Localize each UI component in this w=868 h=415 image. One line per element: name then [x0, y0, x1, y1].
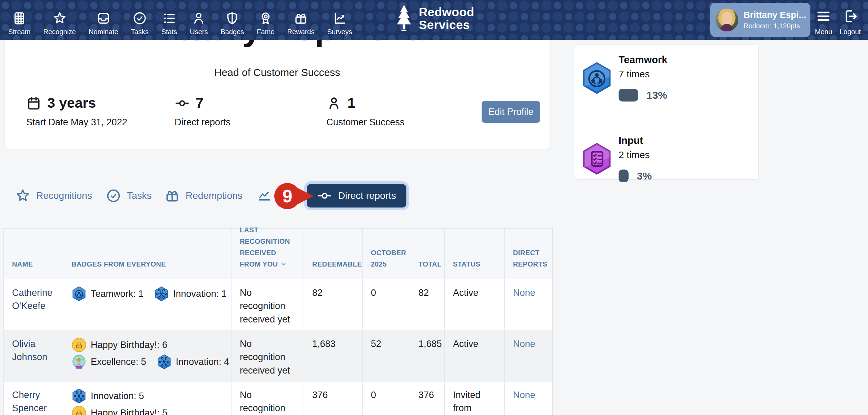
badge-input-icon — [581, 143, 613, 175]
badge-summary-teamwork: Teamwork7 times13% — [581, 54, 667, 102]
nav-item-tasks[interactable]: Tasks — [131, 11, 149, 36]
nav-item-nominate[interactable]: Nominate — [89, 11, 118, 36]
badge-teamwork-icon — [71, 286, 87, 301]
nav-item-badges[interactable]: Badges — [221, 11, 244, 36]
primary-nav: StreamRecognizeNominateTasksStatsUsersBa… — [0, 4, 352, 36]
menu-label: Menu — [815, 28, 832, 36]
badge-progress-bar — [619, 170, 629, 182]
badge-chip-birthday: Happy Birthday!: 6 — [71, 337, 167, 353]
column-header-redeemable: REDEEMABLE — [304, 229, 363, 279]
badge-chip-label: Excellence: 5 — [91, 355, 146, 368]
badge-times: 2 times — [619, 149, 652, 161]
edit-profile-button[interactable]: Edit Profile — [482, 101, 540, 123]
badge-chip-label: Happy Birthday!: 5 — [91, 406, 167, 415]
stat-label: Start Date May 31, 2022 — [26, 117, 127, 128]
last-recognition-cell: No recognition received yet — [231, 279, 304, 330]
redeemable-cell: 376 — [304, 382, 363, 415]
rewards-icon — [294, 11, 308, 26]
app-logo[interactable]: Redwood Services — [394, 4, 474, 32]
redeemable-cell: 82 — [304, 279, 363, 330]
direct-reports-link[interactable]: None — [505, 330, 552, 381]
check-circle-icon — [106, 188, 121, 203]
profile-stat-direct-reports: 7Direct reports — [175, 95, 230, 128]
profile-job-title: Head of Customer Success — [5, 67, 550, 78]
direct-reports-link[interactable]: None — [505, 279, 552, 330]
table-row-olivia-johnson: Olivia JohnsonHappy Birthday!: 6Excellen… — [4, 330, 552, 381]
nav-item-stream[interactable]: Stream — [8, 11, 30, 36]
menu-button[interactable]: Menu — [815, 8, 832, 36]
tab-redemptions[interactable]: Redemptions — [165, 184, 243, 208]
status-cell: Active — [445, 279, 505, 330]
badge-summary-card: Teamwork7 times13%Input2 times3% — [574, 44, 759, 180]
badge-innovation-icon — [154, 286, 169, 301]
user-name: Brittany Espi... — [743, 10, 806, 20]
badge-summary-input: Input2 times3% — [581, 135, 652, 182]
nav-item-recognize[interactable]: Recognize — [43, 11, 76, 36]
tab-tasks[interactable]: Tasks — [106, 184, 152, 208]
surveys-icon — [333, 11, 347, 26]
direct-reports-table: NAMEBADGES FROM EVERYONELAST RECOGNITION… — [3, 228, 553, 415]
last-recognition-cell: No recognition received yet — [231, 330, 304, 381]
employee-name-link[interactable]: Olivia Johnson — [4, 330, 63, 381]
nav-item-fame[interactable]: Fame — [257, 11, 274, 36]
logout-label: Logout — [840, 28, 861, 36]
column-header-badges-from-everyone: BADGES FROM EVERYONE — [63, 229, 231, 279]
annotation-step-number: 9 — [283, 186, 293, 206]
table-row-cherry-spencer: Cherry SpencerInnovation: 5Happy Birthda… — [4, 381, 552, 415]
chart-icon — [257, 188, 272, 203]
badge-percent: 13% — [647, 89, 667, 101]
nav-item-users[interactable]: Users — [190, 11, 208, 36]
commit-icon — [317, 188, 332, 203]
tab-label: Direct reports — [338, 190, 396, 201]
profile-stat-start-date-may-31-2022: 3 yearsStart Date May 31, 2022 — [26, 95, 127, 128]
column-header-name: NAME — [4, 229, 63, 279]
stats-icon — [162, 11, 177, 26]
employee-name-link[interactable]: Catherine O'Keefe — [4, 279, 63, 330]
tab-direct-reports[interactable]: Direct reports — [307, 184, 406, 208]
logout-button[interactable]: Logout — [840, 8, 861, 36]
direct-reports-link[interactable]: None — [505, 382, 552, 415]
nominate-icon — [96, 11, 111, 26]
badge-birthday-icon — [71, 337, 87, 353]
badge-innovation-icon — [157, 354, 172, 369]
tab-chart[interactable] — [257, 184, 272, 208]
stat-label: Direct reports — [175, 117, 230, 128]
badge-chip-innovation: Innovation: 1 — [154, 286, 227, 301]
sort-chevron-down-icon — [280, 261, 287, 268]
status-cell: Active — [445, 330, 505, 381]
recognize-icon — [52, 11, 67, 26]
column-header-total: TOTAL — [410, 229, 445, 279]
stat-value: 7 — [196, 95, 204, 111]
profile-tabs: RecognitionsTasksRedemptionsDirect repor… — [0, 184, 448, 212]
badges-cell: Innovation: 5Happy Birthday!: 5Excellenc… — [63, 382, 231, 415]
badge-name: Teamwork — [619, 54, 667, 66]
users-icon — [191, 11, 206, 26]
logo-line1: Redwood — [419, 6, 474, 18]
column-header-october-2025: OCTOBER 2025 — [363, 229, 410, 279]
user-chip[interactable]: Brittany Espi... Redeem: 1,120pts — [710, 3, 810, 37]
stat-label: Customer Success — [326, 117, 405, 128]
nav-item-label: Fame — [257, 28, 274, 36]
logo-line2: Services — [419, 18, 474, 31]
badges-icon — [225, 11, 239, 26]
gift-icon — [165, 188, 180, 203]
top-navbar: StreamRecognizeNominateTasksStatsUsersBa… — [0, 0, 868, 40]
nav-item-stats[interactable]: Stats — [161, 11, 177, 36]
badge-excellence-icon — [71, 354, 87, 369]
nav-item-surveys[interactable]: Surveys — [327, 11, 352, 36]
badge-chip-label: Happy Birthday!: 6 — [91, 338, 167, 351]
user-redeem-points: Redeem: 1,120pts — [743, 22, 806, 30]
badge-chip-label: Innovation: 1 — [173, 287, 227, 300]
redeemable-cell: 1,683 — [304, 330, 363, 381]
badge-chip-innovation: Innovation: 4 — [157, 354, 229, 369]
october-2025-cell: 0 — [363, 279, 410, 330]
column-header-direct-reports: DIRECT REPORTS — [505, 229, 552, 279]
nav-item-label: Stream — [8, 28, 30, 36]
nav-item-rewards[interactable]: Rewards — [287, 11, 315, 36]
tab-recognitions[interactable]: Recognitions — [15, 184, 92, 208]
employee-name-link[interactable]: Cherry Spencer — [4, 382, 63, 415]
nav-item-label: Users — [190, 28, 208, 36]
badge-chip-label: Innovation: 4 — [176, 355, 229, 368]
column-header-last-recognition-received-from-you[interactable]: LAST RECOGNITION RECEIVED FROM YOU — [231, 229, 304, 279]
nav-item-label: Tasks — [131, 28, 149, 36]
